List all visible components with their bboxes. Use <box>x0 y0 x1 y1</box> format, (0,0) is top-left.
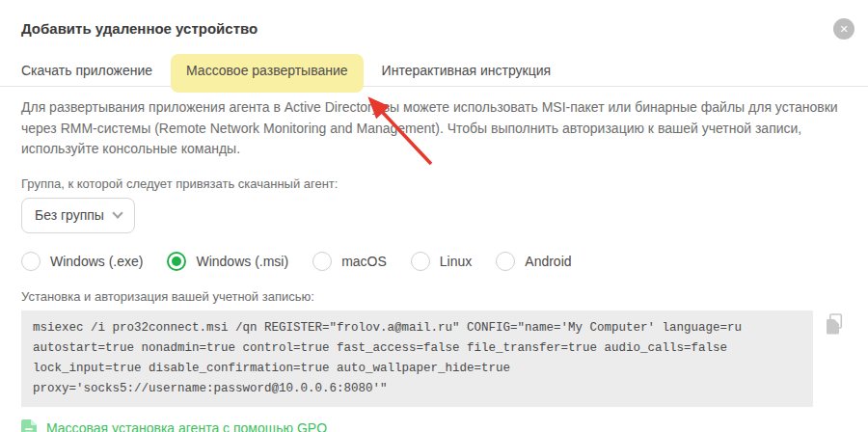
group-dropdown[interactable]: Без группы <box>21 198 135 233</box>
radio-android[interactable]: Android <box>496 252 571 271</box>
radio-windows-exe[interactable]: Windows (.exe) <box>21 252 143 271</box>
close-icon: ✕ <box>839 23 848 36</box>
radio-circle <box>411 252 430 271</box>
command-line: lock_input=true disable_confirmation=tru… <box>33 359 801 379</box>
radio-linux[interactable]: Linux <box>411 252 472 271</box>
radio-label: Linux <box>440 254 472 269</box>
tab-interactive-instruction[interactable]: Интерактивная инструкция <box>382 54 552 78</box>
dialog-title: Добавить удаленное устройство <box>21 20 847 37</box>
document-icon <box>21 419 37 432</box>
radio-macos[interactable]: macOS <box>312 252 387 271</box>
chevron-down-icon <box>112 207 122 218</box>
gpo-instruction-link[interactable]: Массовая установка агента с помощью GPO <box>21 419 327 432</box>
dialog-body: Для развертывания приложения агента в Ac… <box>0 97 868 432</box>
radio-circle <box>496 252 515 271</box>
command-label: Установка и авторизация вашей учетной за… <box>21 289 847 304</box>
radio-label: Android <box>525 254 571 269</box>
tab-mass-deployment[interactable]: Массовое развертывание <box>171 54 364 93</box>
close-button[interactable]: ✕ <box>833 18 854 40</box>
description-line: через RMM-системы (Remote Network Monito… <box>21 119 847 140</box>
command-line: msiexec /i pro32connect.msi /qn REGISTER… <box>33 318 801 338</box>
description-text: Для развертывания приложения агента в Ac… <box>21 97 847 160</box>
radio-label: Windows (.exe) <box>50 254 143 269</box>
command-row: msiexec /i pro32connect.msi /qn REGISTER… <box>21 310 847 407</box>
dialog-header: Добавить удаленное устройство ✕ <box>0 0 868 37</box>
description-line: Для развертывания приложения агента в Ac… <box>21 97 847 119</box>
tab-bar: Скачать приложение Массовое развертывани… <box>0 54 868 87</box>
add-remote-device-dialog: Добавить удаленное устройство ✕ Скачать … <box>0 0 868 432</box>
command-line: proxy='socks5://username:password@10.0.0… <box>33 379 801 399</box>
radio-circle <box>312 252 332 271</box>
group-select-label: Группа, к которой следует привязать скач… <box>21 176 847 191</box>
description-line: используйте консольные команды. <box>21 139 847 160</box>
command-line: autostart=true nonadmin=true control=tru… <box>33 338 801 359</box>
gpo-link-label: Массовая установка агента с помощью GPO <box>46 420 327 432</box>
radio-circle <box>21 252 41 271</box>
radio-circle <box>167 252 186 271</box>
radio-label: Windows (.msi) <box>196 254 288 269</box>
command-code-block[interactable]: msiexec /i pro32connect.msi /qn REGISTER… <box>21 310 813 407</box>
copy-icon[interactable] <box>824 313 843 338</box>
radio-windows-msi[interactable]: Windows (.msi) <box>167 252 288 271</box>
radio-label: macOS <box>341 254 387 269</box>
tab-download-app[interactable]: Скачать приложение <box>21 54 152 78</box>
platform-radio-group: Windows (.exe) Windows (.msi) macOS Linu… <box>21 252 847 271</box>
group-dropdown-value: Без группы <box>35 207 104 223</box>
